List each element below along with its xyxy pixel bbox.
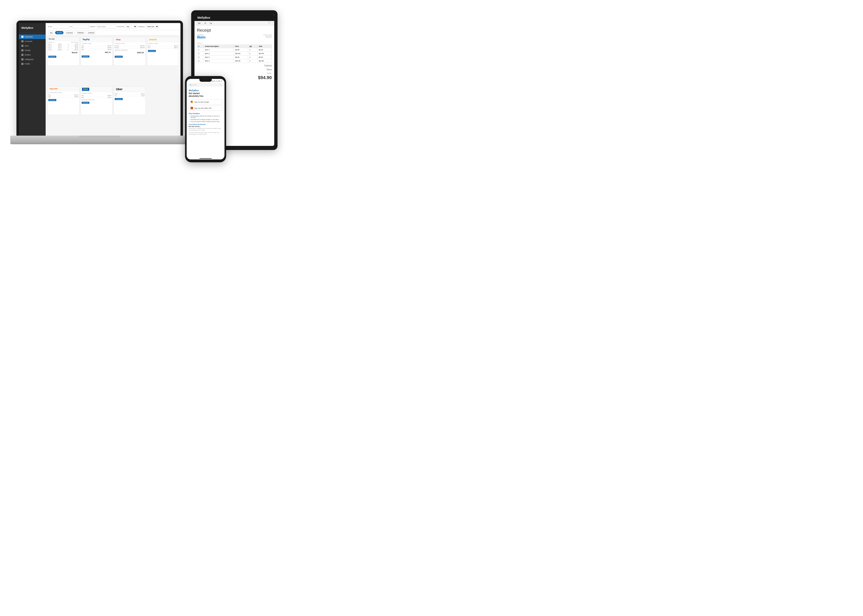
row2-qty: 1 <box>248 52 257 55</box>
expenses-icon <box>21 36 24 38</box>
phone-google-signup-btn[interactable]: Sign up with Google <box>189 99 222 104</box>
sidebar-label-profile: Profile <box>25 63 30 65</box>
taxes-label: Taxes <box>266 68 272 71</box>
tablet-filter-all[interactable]: All <box>203 22 208 24</box>
receipt-card-6-body: Ride$22.00 Tip$3.00 <box>114 92 146 97</box>
uber-row-2: Tip$3.00 <box>115 95 145 97</box>
phone-office-signup-btn[interactable]: O Sign Up with Office 365 <box>189 105 222 110</box>
to-label: To <box>70 26 72 28</box>
phone-screen: 10:41 ▪▪▪ wifi 🔋 🔍 Search ≡ WellyBox Get… <box>187 79 225 159</box>
google-btn-label: Sign up with Google <box>194 101 209 103</box>
ebay-row-2: Product$150.00 <box>115 47 145 49</box>
paypal-row-1: Item$10.00 <box>82 45 112 47</box>
phone-device: 10:41 ▪▪▪ wifi 🔋 🔍 Search ≡ WellyBox Get… <box>185 76 226 162</box>
row2-num: 2 <box>197 52 204 55</box>
sidebar-item-expenses[interactable]: Expenses <box>19 35 46 39</box>
receipt-card-3: amazon COMPANY NAME Item$45.00 Item$30.0… <box>147 37 179 66</box>
phone-trust-text-2: Our team reviews all system alerts. Once… <box>189 132 222 135</box>
tablet-receipt-table: # Product Description Price Qty Total 1 … <box>197 45 272 63</box>
sidebar-item-sync[interactable]: Sync <box>19 44 46 48</box>
receipt-row-1: Item 1$5.901$4.90 <box>48 43 78 45</box>
phone-trust-title: Trust Must Be Earned <box>189 124 222 125</box>
sidebar-item-accounts[interactable]: Accounts <box>19 39 46 44</box>
receipt-card-1-download[interactable]: Download <box>82 55 90 58</box>
receipt-card-2-header: ebay <box>114 37 146 42</box>
category-select[interactable]: Select One <box>145 25 159 28</box>
phone-why-item-0: Automatically collects all receipts & in… <box>189 115 222 118</box>
tablet-taxes: Taxes <box>197 68 272 71</box>
walmart-logo: Walm <box>197 36 206 39</box>
to-input[interactable] <box>72 25 89 28</box>
vendor-input[interactable] <box>96 25 117 28</box>
phone-wellybox-title: WellyBox <box>189 89 222 92</box>
filter-irrelevant[interactable]: Irrelevant <box>87 31 96 34</box>
table-row: 4 Item 4 $15.00 1 $10.00 <box>197 59 272 63</box>
filter-any[interactable]: Any <box>48 31 54 34</box>
phone-notch <box>199 79 212 82</box>
sidebar-item-entities[interactable]: Entities <box>19 53 46 57</box>
col-price: Price <box>234 45 248 48</box>
paypal-row-2: Item$20.00 <box>82 47 112 49</box>
ebay-logo: ebay <box>115 38 144 41</box>
phone-trust-sub: But still curious... <box>189 126 222 127</box>
filter-published[interactable]: Published <box>76 31 85 34</box>
tablet-menu-icon[interactable]: ≡ <box>272 22 272 24</box>
office365-icon: O <box>191 107 193 109</box>
row3-total: $5.00 <box>257 55 272 59</box>
sidebar-item-portals[interactable]: Portals <box>19 48 46 53</box>
receipt-card-5: IKEA COMPANY NAME Item$60.00 Item$40.00 … <box>80 86 113 115</box>
tablet-toolbar: Type All Any 🔍 ≡ <box>194 21 274 25</box>
laptop-bottom <box>10 142 189 144</box>
phone-home-bar <box>199 158 212 159</box>
table-row: 3 Item 3 $5.00 1 $5.00 <box>197 55 272 59</box>
receipt-card-4-download[interactable]: Download <box>48 99 56 101</box>
sidebar-item-profile[interactable]: Profile <box>19 62 46 66</box>
signal-icon: ▪▪▪ <box>216 80 217 82</box>
accounts-label: Accounts <box>117 26 124 28</box>
receipt-card-6-header: Uber <box>114 86 146 92</box>
paypal-row-3: Item$15.00 <box>82 49 112 50</box>
phone-headline-1: Get started <box>189 92 200 94</box>
receipt-card-0-download[interactable]: Download <box>48 56 56 58</box>
app-toolbar: From To Vendor Accounts Any Business Per… <box>46 23 181 30</box>
phone-search-placeholder: Search <box>192 84 197 86</box>
wifi-icon: wifi <box>218 80 220 82</box>
sidebar-label-portals: Portals <box>25 49 30 51</box>
receipt-card-1-body: COMPANY NAME Item$10.00 Item$20.00 Item$… <box>81 42 112 55</box>
col-desc: Product Description <box>204 45 234 48</box>
receipt-card-5-download[interactable]: Download <box>82 102 90 104</box>
receipt-card-6-download[interactable]: Download <box>115 98 123 100</box>
receipt-card-3-download[interactable]: Download <box>148 50 156 52</box>
receipt-card-1-total: $92.74 <box>82 50 112 54</box>
filter-review[interactable]: Review <box>55 31 63 34</box>
ikea-logo: IKEA <box>82 88 90 91</box>
receipt-card-0: Receipt INVOICE TOINVOICE DATE Item 1$5.… <box>47 37 79 66</box>
tablet-subtotal: Subtotal <box>197 64 272 67</box>
sidebar-item-categories[interactable]: Categories <box>19 57 46 62</box>
tablet-receipt-title: Receipt <box>197 28 272 33</box>
entities-icon <box>21 54 24 56</box>
uber-row-1: Ride$22.00 <box>115 93 145 95</box>
tablet-filter-type[interactable]: Type <box>196 22 202 24</box>
paypal-logo: PayPal <box>82 38 111 41</box>
categories-icon <box>21 58 24 60</box>
filter-inprocess[interactable]: In process <box>65 31 75 34</box>
row2-total: $10.00 <box>257 52 272 55</box>
phone-menu-icon: ≡ <box>220 84 222 86</box>
receipt-card-2-download[interactable]: Download <box>115 56 123 58</box>
col-qty: Qty <box>248 45 257 48</box>
row1-total: $4.90 <box>257 48 272 52</box>
col-num: # <box>197 45 204 48</box>
phone-headline-2: absolutely free. <box>189 95 204 97</box>
receipt-card-2: ebay COMPANY NAME Product$200.00 Product… <box>114 37 146 66</box>
phone-subtitle: Get started absolutely free. <box>189 92 222 97</box>
tablet-search-icon[interactable]: 🔍 <box>268 22 270 24</box>
ing-row-1: Item$25.00 <box>48 94 78 96</box>
from-input[interactable] <box>53 25 69 28</box>
accounts-select[interactable]: Any Business Personal <box>125 25 137 28</box>
phone-search-bar[interactable]: 🔍 Search ≡ <box>188 83 223 87</box>
sync-icon <box>21 45 24 47</box>
tablet-filter-any[interactable]: Any <box>208 22 214 24</box>
row1-price: $5.90 <box>234 48 248 52</box>
table-row: 2 Item 2 $10.00 1 $10.00 <box>197 52 272 55</box>
